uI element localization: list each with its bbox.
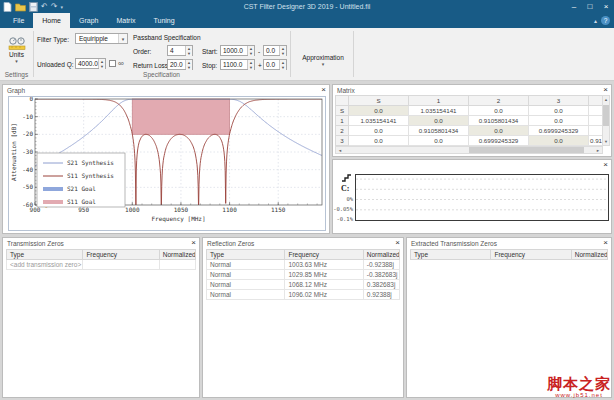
deviation-panel-close-icon[interactable]: × <box>603 160 608 170</box>
matrix-column-header[interactable]: 3 <box>529 96 589 106</box>
spin-down-icon[interactable]: ▼ <box>280 65 286 70</box>
matrix-cell[interactable]: 0.6999245329 <box>469 136 529 146</box>
matrix-panel-title: Matrix <box>337 87 355 94</box>
chevron-down-icon: ▾ <box>118 34 127 43</box>
matrix-cell[interactable]: 0.0 <box>469 126 529 136</box>
table-row[interactable]: Normal1029.85 MHz-0.382683j <box>207 270 400 280</box>
minimize-button[interactable]: – <box>566 0 582 13</box>
matrix-cell[interactable]: 0.0 <box>529 136 589 146</box>
spin-down-icon[interactable]: ▼ <box>186 51 192 56</box>
step-response-icon[interactable] <box>341 173 352 182</box>
start-offset-spinner[interactable]: 0.0▲▼ <box>263 45 287 56</box>
column-header[interactable]: Normalized <box>159 250 195 260</box>
matrix-cell[interactable]: 0.9105801434 <box>409 126 469 136</box>
spin-down-icon[interactable]: ▼ <box>99 64 105 69</box>
matrix-cell[interactable]: 1.035154141 <box>409 106 469 116</box>
spin-down-icon[interactable]: ▼ <box>280 51 286 56</box>
table-cell: 0.92388j <box>363 290 399 300</box>
table-row[interactable]: Normal1068.12 MHz0.382683j <box>207 280 400 290</box>
matrix-cell[interactable]: 0.6999245329 <box>529 126 589 136</box>
scrollbar-thumb[interactable] <box>603 105 609 126</box>
column-header[interactable]: Type <box>411 250 491 260</box>
graph-panel-close-icon[interactable]: × <box>321 85 326 95</box>
x-axis-title: Frequency [MHz] <box>151 215 205 223</box>
column-header[interactable]: Normalized <box>363 250 399 260</box>
tab-file[interactable]: File <box>4 13 33 28</box>
matrix-horizontal-scrollbar[interactable]: ◄► <box>335 146 603 154</box>
units-button[interactable]: Units ▾ <box>2 30 31 68</box>
matrix-cell[interactable]: 0.0 <box>349 136 409 146</box>
column-header[interactable]: Normalized <box>571 250 607 260</box>
matrix-column-header[interactable]: 2 <box>469 96 529 106</box>
column-header[interactable]: Type <box>207 250 285 260</box>
tab-matrix[interactable]: Matrix <box>107 13 144 28</box>
placeholder-row[interactable]: <add transmission zero> <box>7 260 196 270</box>
window-controls: – □ × <box>566 0 614 13</box>
spin-down-icon[interactable]: ▼ <box>186 65 192 70</box>
matrix-row-header[interactable]: 1 <box>336 116 349 126</box>
reflection-zeros-close-icon[interactable]: × <box>395 238 400 248</box>
matrix-row-header[interactable]: S <box>336 106 349 116</box>
settings-group-label: Settings <box>0 71 33 78</box>
scroll-down-icon[interactable]: ▼ <box>603 138 609 145</box>
matrix-cell[interactable]: 0.0 <box>409 116 469 126</box>
stop-offset-spinner[interactable]: 0.0▲▼ <box>263 59 287 70</box>
matrix-cell[interactable]: 0.0 <box>349 126 409 136</box>
matrix-cell[interactable]: 0.0 <box>529 116 589 126</box>
table-cell: Normal <box>207 290 285 300</box>
return-loss-spinner[interactable]: 20.0▲▼ <box>167 59 193 70</box>
spin-down-icon[interactable]: ▼ <box>248 51 254 56</box>
matrix-vertical-scrollbar[interactable]: ▲▼ <box>602 95 610 146</box>
collapse-ribbon-icon[interactable]: ▴ <box>594 17 597 24</box>
close-button[interactable]: × <box>598 0 614 13</box>
maximize-button[interactable]: □ <box>582 0 598 13</box>
scroll-left-icon[interactable]: ◄ <box>336 147 344 153</box>
tab-home[interactable]: Home <box>33 13 70 28</box>
help-icon[interactable]: ? <box>601 16 610 25</box>
unloaded-q-spinner[interactable]: 4000.0▲▼ <box>75 58 106 69</box>
matrix-cell[interactable]: 0.0 <box>349 106 409 116</box>
column-header[interactable]: Frequency <box>491 250 571 260</box>
scroll-right-icon[interactable]: ► <box>594 147 602 153</box>
matrix-row-header[interactable]: 2 <box>336 126 349 136</box>
graph-svg: 90095010001050110011500-10-20-30-40-50-6… <box>9 97 325 230</box>
table-row[interactable]: Normal1096.02 MHz0.92388j <box>207 290 400 300</box>
matrix-cell[interactable]: 0.0 <box>529 106 589 116</box>
unloaded-q-infinite-checkbox[interactable] <box>109 60 116 67</box>
filter-type-combo[interactable]: Equiripple ▾ <box>75 33 128 44</box>
matrix-row-header[interactable]: 3 <box>336 136 349 146</box>
extracted-transmission-zeros-close-icon[interactable]: × <box>603 238 608 248</box>
matrix-cell[interactable]: 0.9105801434 <box>469 116 529 126</box>
matrix-column-header[interactable]: S <box>349 96 409 106</box>
ribbon-tab-bar: ▴ ? FileHomeGraphMatrixTuning <box>0 13 614 28</box>
approximation-button[interactable]: Approximation ▾ <box>294 30 352 71</box>
c-parameter-icon[interactable]: C: <box>341 184 349 193</box>
order-spinner[interactable]: 4▲▼ <box>167 45 193 56</box>
column-header[interactable]: Frequency <box>83 250 159 260</box>
matrix-cell[interactable]: 0.0 <box>409 136 469 146</box>
spin-down-icon[interactable]: ▼ <box>248 65 254 70</box>
stop-spinner[interactable]: 1100.0▲▼ <box>220 59 255 70</box>
svg-text:1000: 1000 <box>125 206 140 213</box>
passband-specification-header: Passband Specification <box>133 34 201 41</box>
matrix-column-header[interactable]: 1 <box>409 96 469 106</box>
tab-graph[interactable]: Graph <box>70 13 107 28</box>
table-row[interactable]: Normal1003.63 MHz-0.92388j <box>207 260 400 270</box>
svg-text:1050: 1050 <box>174 206 189 213</box>
transmission-zeros-close-icon[interactable]: × <box>191 238 196 248</box>
svg-text:0: 0 <box>29 97 33 102</box>
svg-text:-40: -40 <box>22 166 33 173</box>
scrollbar-thumb[interactable] <box>469 147 584 153</box>
y-axis-title: Attenuation [dB] <box>10 123 17 181</box>
extracted-transmission-zeros-panel: Extracted Transmission Zeros × TypeFrequ… <box>406 237 612 398</box>
matrix-cell[interactable]: 1.035154141 <box>349 116 409 126</box>
watermark-site-url: www.jb51.net <box>547 392 611 398</box>
matrix-panel-close-icon[interactable]: × <box>603 85 608 95</box>
column-header[interactable]: Type <box>7 250 83 260</box>
svg-text:1100: 1100 <box>222 206 237 213</box>
start-spinner[interactable]: 1000.0▲▼ <box>220 45 255 56</box>
scroll-up-icon[interactable]: ▲ <box>603 96 609 103</box>
tab-tuning[interactable]: Tuning <box>145 13 184 28</box>
matrix-cell[interactable]: 0.0 <box>469 106 529 116</box>
column-header[interactable]: Frequency <box>285 250 363 260</box>
